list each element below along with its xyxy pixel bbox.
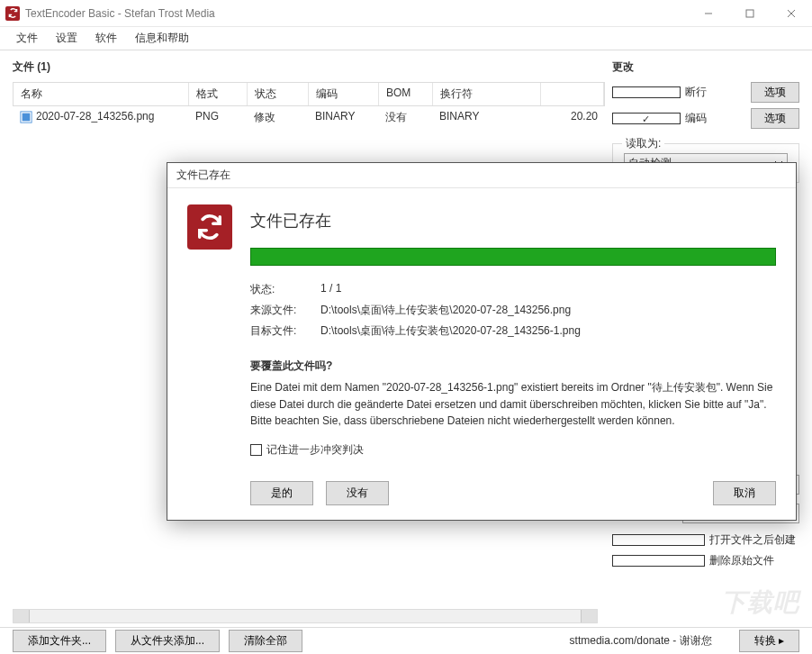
cell-tail: 20.20	[540, 106, 605, 129]
bottombar: 添加文件夹... 从文件夹添加... 清除全部 sttmedia.com/don…	[0, 627, 812, 654]
add-from-folder-button[interactable]: 从文件夹添加...	[115, 630, 220, 652]
window-title: TextEncoder Basic - Stefan Trost Media	[25, 7, 215, 20]
file-exists-dialog: 文件已存在 文件已存在 状态:1 / 1 来源文件:D:\tools\桌面\待上…	[167, 162, 797, 521]
delete-orig-label: 删除原始文件	[709, 553, 800, 568]
titlebar: TextEncoder Basic - Stefan Trost Media	[0, 0, 812, 27]
scroll-left-button[interactable]	[14, 610, 30, 622]
progress-bar	[250, 248, 776, 266]
col-lb[interactable]: 换行符	[433, 83, 541, 105]
col-name[interactable]: 名称	[14, 83, 189, 105]
read-as-legend: 读取为:	[622, 136, 664, 151]
horizontal-scrollbar[interactable]	[13, 609, 598, 623]
clear-all-button[interactable]: 清除全部	[229, 630, 302, 652]
cell-bom: 没有	[378, 106, 432, 129]
col-state[interactable]: 状态	[248, 83, 309, 105]
open-after-label: 打开文件之后创建	[709, 532, 800, 548]
change-header: 更改	[612, 59, 799, 75]
remember-label: 记住进一步冲突判决	[266, 442, 364, 458]
svg-rect-5	[23, 113, 31, 121]
refresh-icon	[187, 204, 232, 250]
remember-checkbox[interactable]	[250, 444, 262, 456]
donate-text: sttmedia.com/donate - 谢谢您	[570, 633, 712, 649]
source-key: 来源文件:	[250, 303, 320, 318]
menu-help[interactable]: 信息和帮助	[128, 27, 196, 50]
file-list-header: 文件 (1)	[13, 59, 605, 75]
cell-name: 2020-07-28_143256.png	[36, 110, 154, 123]
overwrite-question: 要覆盖此文件吗?	[250, 359, 776, 374]
maximize-button[interactable]	[729, 0, 771, 27]
col-format[interactable]: 格式	[189, 83, 248, 105]
cell-lb: BINARY	[432, 106, 540, 129]
convert-button[interactable]: 转换 ▸	[739, 630, 799, 652]
col-enc[interactable]: 编码	[309, 83, 379, 105]
table-row[interactable]: 2020-07-28_143256.png PNG 修改 BINARY 没有 B…	[13, 106, 605, 129]
svg-rect-1	[746, 10, 753, 17]
cell-state: 修改	[247, 106, 308, 129]
encoding-label: 编码	[685, 111, 752, 126]
menu-software[interactable]: 软件	[88, 27, 124, 50]
file-icon	[20, 111, 32, 123]
linebreak-label: 断行	[685, 85, 752, 100]
state-value: 1 / 1	[320, 282, 341, 297]
linebreak-options-button[interactable]: 选项	[751, 82, 799, 103]
open-after-checkbox[interactable]	[612, 534, 705, 546]
column-headers: 名称 格式 状态 编码 BOM 换行符	[13, 82, 605, 106]
close-button[interactable]	[771, 0, 812, 27]
menu-settings[interactable]: 设置	[49, 27, 85, 50]
col-tail[interactable]	[541, 83, 604, 105]
add-files-button[interactable]: 添加文件夹...	[13, 630, 106, 652]
menubar: 文件 设置 软件 信息和帮助	[0, 27, 812, 50]
target-value: D:\tools\桌面\待上传安装包\2020-07-28_143256-1.p…	[320, 323, 581, 339]
menu-file[interactable]: 文件	[9, 27, 45, 50]
source-value: D:\tools\桌面\待上传安装包\2020-07-28_143256.png	[320, 303, 571, 318]
linebreak-checkbox[interactable]	[612, 86, 681, 98]
state-key: 状态:	[250, 282, 320, 297]
dialog-title: 文件已存在	[176, 168, 230, 183]
encoding-options-button[interactable]: 选项	[751, 108, 799, 129]
target-key: 目标文件:	[250, 323, 320, 339]
encoding-checkbox[interactable]	[612, 113, 681, 124]
yes-button[interactable]: 是的	[250, 481, 313, 505]
minimize-button[interactable]	[688, 0, 729, 27]
dialog-titlebar[interactable]: 文件已存在	[167, 163, 796, 188]
cancel-button[interactable]: 取消	[713, 481, 776, 505]
col-bom[interactable]: BOM	[379, 83, 433, 105]
cell-format: PNG	[188, 106, 247, 129]
scroll-right-button[interactable]	[581, 610, 597, 622]
app-icon	[5, 6, 20, 21]
no-button[interactable]: 没有	[326, 481, 389, 505]
overwrite-explanation: Eine Datei mit dem Namen "2020-07-28_143…	[250, 379, 776, 430]
delete-orig-checkbox[interactable]	[612, 555, 705, 567]
cell-enc: BINARY	[308, 106, 378, 129]
dialog-heading: 文件已存在	[250, 210, 776, 232]
window-controls	[688, 0, 812, 27]
